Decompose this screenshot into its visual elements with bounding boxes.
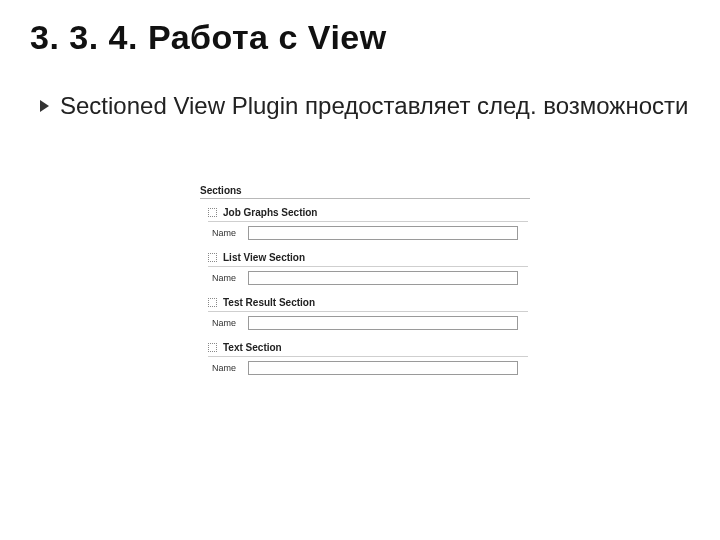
section-header: Job Graphs Section <box>208 207 540 218</box>
bullet-text: Sectioned View Plugin предоставляет след… <box>60 90 688 122</box>
divider <box>200 198 530 199</box>
drag-handle-icon[interactable] <box>208 298 217 307</box>
field-label: Name <box>212 228 242 238</box>
page-title: 3. 3. 4. Работа с View <box>30 18 387 57</box>
section-header: List View Section <box>208 252 540 263</box>
name-input[interactable] <box>248 316 518 330</box>
bullet-item: Sectioned View Plugin предоставляет след… <box>40 90 690 122</box>
divider <box>208 266 528 267</box>
section-title: Test Result Section <box>223 297 315 308</box>
drag-handle-icon[interactable] <box>208 253 217 262</box>
name-input[interactable] <box>248 271 518 285</box>
divider <box>208 356 528 357</box>
section-title: List View Section <box>223 252 305 263</box>
svg-marker-0 <box>40 100 49 112</box>
section-header: Test Result Section <box>208 297 540 308</box>
field-row: Name <box>212 361 540 375</box>
divider <box>208 221 528 222</box>
field-label: Name <box>212 363 242 373</box>
drag-handle-icon[interactable] <box>208 343 217 352</box>
section-block: Job Graphs Section Name <box>200 207 540 240</box>
slide: 3. 3. 4. Работа с View Sectioned View Pl… <box>0 0 720 540</box>
section-block: List View Section Name <box>200 252 540 285</box>
divider <box>208 311 528 312</box>
name-input[interactable] <box>248 226 518 240</box>
section-block: Text Section Name <box>200 342 540 375</box>
drag-handle-icon[interactable] <box>208 208 217 217</box>
section-title: Text Section <box>223 342 282 353</box>
field-row: Name <box>212 316 540 330</box>
section-header: Text Section <box>208 342 540 353</box>
section-title: Job Graphs Section <box>223 207 317 218</box>
field-row: Name <box>212 271 540 285</box>
field-label: Name <box>212 273 242 283</box>
section-block: Test Result Section Name <box>200 297 540 330</box>
sections-heading: Sections <box>200 185 540 196</box>
field-row: Name <box>212 226 540 240</box>
embedded-screenshot: Sections Job Graphs Section Name List Vi… <box>200 185 540 387</box>
triangle-right-icon <box>40 98 50 116</box>
name-input[interactable] <box>248 361 518 375</box>
field-label: Name <box>212 318 242 328</box>
